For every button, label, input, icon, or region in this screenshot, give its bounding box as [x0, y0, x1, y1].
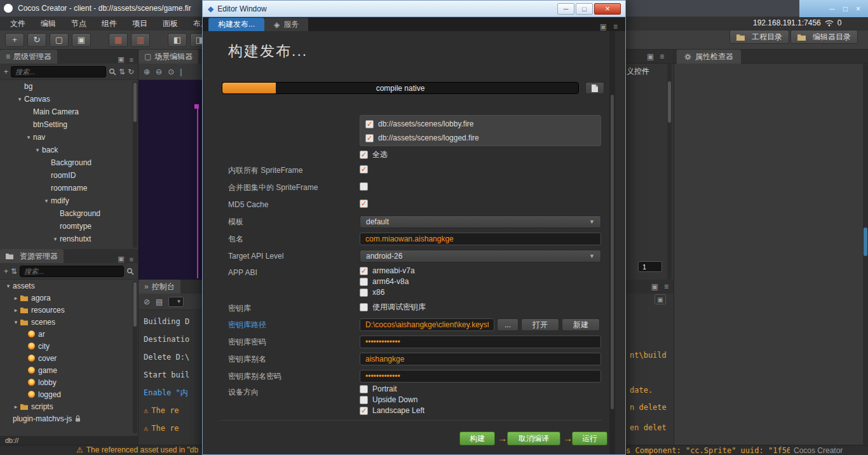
menu-item[interactable]: 面板 [155, 17, 186, 31]
abi-option-row[interactable]: armeabi-v7a [360, 266, 415, 275]
close-button[interactable]: × [856, 4, 860, 13]
asset-item[interactable]: city [0, 340, 138, 352]
scene-checkbox[interactable] [365, 134, 374, 142]
toolbar-button[interactable]: + [5, 33, 24, 47]
scene-checkbox[interactable] [365, 120, 374, 128]
toolbar-button[interactable]: ▢ [50, 33, 69, 47]
assets-scrollbar[interactable] [133, 281, 137, 433]
menu-item[interactable]: 项目 [125, 17, 155, 31]
scene-checkbox-row[interactable]: db://assets/scenes/logged.fire [360, 131, 600, 145]
api-level-select[interactable]: android-26 ▼ [360, 250, 601, 262]
abi-option-checkbox[interactable] [360, 278, 368, 286]
expand-arrow-icon[interactable]: ▸ [11, 307, 20, 313]
expand-arrow-icon[interactable]: ▾ [11, 319, 20, 325]
tree-item[interactable]: Background [0, 207, 138, 220]
package-name-input[interactable] [360, 233, 601, 245]
debug-keystore-row[interactable]: 使用调试密钥库 [360, 302, 426, 313]
add-node-button[interactable]: + [4, 67, 8, 76]
expand-arrow-icon[interactable]: ▾ [15, 96, 24, 102]
merge-atlas-checkbox[interactable] [360, 182, 368, 191]
maximize-button[interactable]: □ [843, 4, 848, 13]
scene-checkbox-row[interactable]: db://assets/scenes/lobby.fire [360, 117, 600, 131]
menu-item[interactable]: 文件 [3, 17, 33, 31]
menu-item[interactable]: 节点 [64, 17, 94, 31]
float-panel-icon[interactable]: ▣ [600, 22, 607, 31]
browse-keystore-button[interactable]: ... [497, 318, 519, 331]
cancel-compile-button[interactable]: 取消编译 [507, 431, 560, 445]
zoom-out-icon[interactable]: ⊖ [156, 67, 162, 76]
expand-arrow-icon[interactable]: ▾ [33, 147, 42, 153]
asset-item[interactable]: ▸scripts [0, 400, 138, 412]
zoom-in-icon[interactable]: ⊕ [144, 67, 150, 76]
expand-arrow-icon[interactable]: ▸ [11, 295, 20, 301]
inspector-tab[interactable]: 属性检查器 [677, 50, 741, 64]
template-select[interactable]: default ▼ [360, 215, 601, 228]
expand-arrow-icon[interactable]: ▸ [11, 404, 20, 410]
build-button[interactable]: 构建 [459, 431, 495, 445]
console-tab[interactable]: » 控制台 [139, 280, 180, 294]
tree-item[interactable]: ▾mdify [0, 194, 138, 207]
menu-item[interactable]: 组件 [94, 17, 125, 31]
log-filter-dropdown[interactable]: ▼ [168, 297, 184, 307]
tree-item[interactable]: roomname [0, 182, 138, 194]
keystore-alias-input[interactable] [360, 353, 601, 365]
toolbar-button[interactable]: ▦ [109, 33, 128, 47]
panel-menu-icon[interactable]: ≡ [130, 56, 133, 64]
new-keystore-button[interactable]: 新建 [562, 318, 600, 331]
orientation-option-checkbox[interactable] [360, 407, 368, 415]
asset-item[interactable]: ar [0, 328, 138, 340]
open-keystore-button[interactable]: 打开 [521, 318, 559, 331]
tree-item[interactable]: roomID [0, 169, 138, 182]
expand-arrow-icon[interactable]: ▾ [4, 283, 13, 289]
refresh-icon[interactable]: ↻ [128, 67, 134, 76]
expand-all-icon[interactable]: ⇅ [119, 67, 125, 76]
toolbar-button[interactable]: ▣ [72, 33, 91, 47]
float-panel-icon[interactable]: ▣ [118, 55, 124, 64]
asset-item[interactable]: plugin-matchvs-js [0, 412, 138, 424]
asset-item[interactable]: ▸resources [0, 304, 138, 316]
keystore-path-label[interactable]: 密钥库路径 [228, 318, 266, 331]
assets-tab[interactable]: 资源管理器 [0, 249, 64, 263]
inline-sprite-checkbox[interactable] [360, 165, 368, 173]
tree-item[interactable]: Background [0, 156, 138, 169]
editor-dir-button[interactable]: 编辑器目录 [790, 30, 858, 44]
log-file-icon[interactable]: ▤ [156, 297, 163, 306]
tree-item[interactable]: Main Camera [0, 105, 138, 118]
tab-service[interactable]: ◈ 服务 [264, 18, 308, 31]
abi-option-row[interactable]: arm64-v8a [360, 277, 415, 286]
asset-item[interactable]: ▾assets [0, 280, 138, 292]
asset-item[interactable]: ▾scenes [0, 316, 138, 328]
search-icon[interactable] [126, 268, 134, 275]
orientation-option-checkbox[interactable] [360, 396, 368, 404]
float-panel-icon[interactable]: ▣ [118, 255, 124, 263]
expand-arrow-icon[interactable]: ▾ [24, 134, 33, 140]
keystore-path-input[interactable] [360, 318, 494, 331]
panel-menu-icon[interactable]: ≡ [613, 22, 618, 31]
add-asset-button[interactable]: + [4, 267, 8, 276]
abi-option-checkbox[interactable] [360, 289, 368, 297]
panel-menu-icon[interactable]: ≡ [130, 255, 133, 263]
hierarchy-tab[interactable]: ≡ 层级管理器 [0, 50, 57, 64]
expand-arrow-icon[interactable]: ▾ [51, 236, 60, 242]
keystore-password-input[interactable] [360, 336, 601, 348]
assets-search-input[interactable] [20, 266, 124, 277]
select-all-checkbox[interactable] [360, 151, 368, 159]
hierarchy-search-input[interactable] [11, 66, 106, 78]
debug-keystore-checkbox[interactable] [360, 303, 368, 311]
alias-password-input[interactable] [360, 370, 601, 383]
asset-item[interactable]: lobby [0, 376, 138, 388]
run-button[interactable]: 运行 [572, 431, 607, 445]
asset-item[interactable]: game [0, 364, 138, 376]
hierarchy-scrollbar[interactable] [133, 81, 137, 248]
scene-node-handle[interactable] [194, 104, 199, 109]
dialog-titlebar[interactable]: ◆ Editor Window ─ □ × [203, 1, 625, 17]
select-all-row[interactable]: 全选 [360, 149, 388, 160]
scene-canvas[interactable] [139, 80, 202, 280]
toolbar-button[interactable]: ◧ [168, 33, 187, 47]
clear-console-icon[interactable]: ⊘ [144, 297, 150, 306]
project-dir-button[interactable]: 工程目录 [729, 30, 789, 44]
tree-item[interactable]: ▾Canvas [0, 93, 138, 105]
tree-item[interactable]: bg [0, 80, 138, 93]
tree-item[interactable]: ▾back [0, 144, 138, 156]
md5-checkbox[interactable] [360, 200, 368, 208]
